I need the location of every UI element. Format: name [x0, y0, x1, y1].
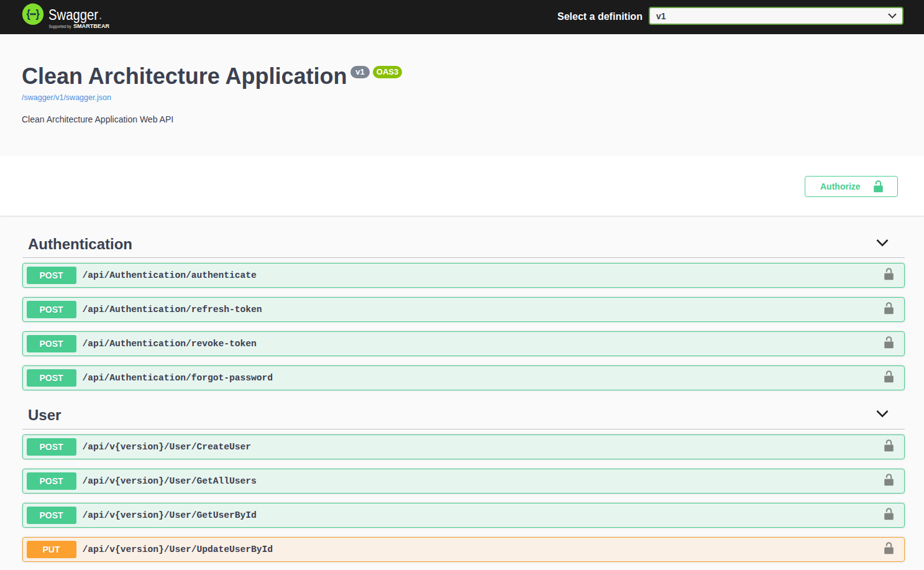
- svg-text:{: {: [27, 7, 30, 20]
- svg-text:Supported by: Supported by: [49, 24, 71, 29]
- svg-text:}: }: [36, 7, 40, 20]
- svg-text:Swagger: Swagger: [48, 7, 98, 23]
- svg-text:SMARTBEAR: SMARTBEAR: [73, 23, 110, 29]
